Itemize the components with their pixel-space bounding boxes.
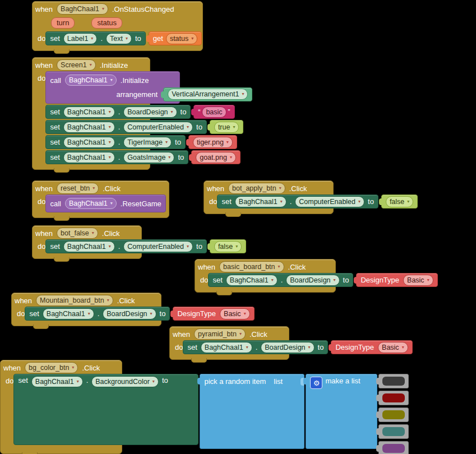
color-block[interactable] [378,424,409,439]
set-computerenabled-block[interactable]: set BaghChaal1▾ . ComputerEnabled▾ to [45,120,206,134]
event-block-onstatuschanged[interactable]: when BaghChaal1▾ .OnStatusChanged turn s… [32,1,203,51]
color-block[interactable] [378,407,409,422]
asset-dropdown-block[interactable]: tiger.png▾ [188,135,237,149]
designtype-helper-block[interactable]: DesignType Basic▾ [173,307,254,321]
helper-value-dropdown[interactable]: Basic▾ [220,308,250,319]
get-variable-block[interactable]: get status▾ [149,31,202,45]
event-block-bg-color-click[interactable]: when bg_color_btn▾ .Click do set BaghCha… [0,360,122,454]
helper-label: DesignType [361,276,399,284]
property-dropdown[interactable]: ComputerEnabled▾ [295,196,364,207]
event-block-pyramid-click[interactable]: when pyramid_btn▾ .Click do set BaghChaa… [169,326,289,360]
asset-dropdown[interactable]: tiger.png▾ [193,137,233,148]
open-quote: “ [198,108,200,116]
to-keyword: to [196,242,202,251]
component-dropdown[interactable]: Screen1▾ [57,59,96,71]
component-dropdown[interactable]: VerticalArrangement1▾ [168,89,248,100]
property-dropdown[interactable]: ComputerEnabled▾ [123,241,193,252]
designtype-helper-block[interactable]: DesignType Basic▾ [356,273,437,287]
property-dropdown[interactable]: BoardDesign▾ [286,275,339,286]
do-keyword: do [207,194,217,206]
pick-random-item-block[interactable]: pick a random item list [200,374,304,449]
component-dropdown[interactable]: Label1▾ [63,33,98,44]
helper-value-dropdown[interactable]: Basic▾ [378,342,408,353]
component-dropdown[interactable]: reset_btn▾ [57,183,99,194]
component-name: BaghChaal1 [67,242,106,251]
asset-dropdown-block[interactable]: goat.png▾ [191,150,241,164]
when-keyword: when [35,61,53,70]
color-block[interactable] [378,391,409,405]
variable-dropdown[interactable]: status▾ [166,33,197,44]
event-block-mountain-board-click[interactable]: when Mountain_board_btn▾ .Click do set B… [11,293,161,326]
property-dropdown[interactable]: GoatsImage▾ [123,152,174,163]
helper-value-dropdown[interactable]: Basic▾ [403,275,433,286]
component-dropdown[interactable]: Mountain_board_btn▾ [36,295,113,306]
set-goatsimage-block[interactable]: set BaghChaal1▾ . GoatsImage▾ to [45,150,188,164]
component-name: bot_false [61,229,89,238]
component-dropdown[interactable]: BaghChaal1▾ [63,137,115,148]
component-getter-block[interactable]: VerticalArrangement1▾ [163,87,252,101]
property-dropdown[interactable]: BoardDesign▾ [103,308,156,319]
component-dropdown[interactable]: bot_false▾ [57,228,98,239]
component-dropdown[interactable]: BaghChaal1▾ [63,122,115,133]
set-boarddesign-block[interactable]: set BaghChaal1▾ . BoardDesign▾ to [25,307,170,321]
event-block-bot-false-click[interactable]: when bot_false▾ .Click do set BaghChaal1… [32,225,142,259]
logic-value-dropdown[interactable]: true▾ [214,122,239,133]
event-params: turn status [51,15,199,31]
property-dropdown[interactable]: Text▾ [106,33,132,44]
set-computerenabled-block[interactable]: set BaghChaal1▾ . ComputerEnabled▾ to [45,239,206,253]
do-keyword: do [35,194,45,206]
property-dropdown[interactable]: TigerImage▾ [123,137,172,148]
component-dropdown[interactable]: BaghChaal1▾ [226,275,278,286]
asset-dropdown[interactable]: goat.png▾ [196,152,236,163]
logic-value-dropdown[interactable]: false▾ [386,196,413,207]
mutator-gear-icon[interactable]: ⚙ [310,377,322,389]
component-dropdown[interactable]: bot_apply_btn▾ [228,183,285,194]
component-dropdown[interactable]: basic_board_btn▾ [219,261,284,272]
event-block-basic-board-click[interactable]: when basic_board_btn▾ .Click do set Bagh… [195,259,336,293]
component-dropdown[interactable]: BaghChaal1▾ [43,308,94,319]
designtype-helper-block[interactable]: DesignType Basic▾ [331,340,412,354]
component-dropdown[interactable]: BaghChaal1▾ [235,196,286,207]
make-a-list-block[interactable]: ⚙ make a list [306,374,377,449]
chevron-down-icon: ▾ [171,110,173,114]
component-name: BaghChaal1 [35,377,74,386]
component-dropdown[interactable]: bg_color_btn▾ [25,362,78,373]
component-dropdown[interactable]: BaghChaal1▾ [65,75,117,86]
call-resetgame-block[interactable]: call BaghChaal1▾ .ResetGame [45,194,165,212]
component-dropdown[interactable]: BaghChaal1▾ [63,106,115,118]
set-boarddesign-block[interactable]: set BaghChaal1▾ . BoardDesign▾ to [183,340,328,354]
text-value[interactable]: basic [202,106,226,118]
text-string-block[interactable]: “ basic ” [193,105,234,119]
set-backgroundcolor-block[interactable]: set BaghChaal1▾ . BackgroundColor▾ to [13,374,198,445]
param-status[interactable]: status [91,17,122,29]
component-dropdown[interactable]: pyramid_btn▾ [194,328,246,340]
logic-false-block[interactable]: false▾ [210,239,246,253]
component-dropdown[interactable]: BaghChaal1▾ [201,342,252,353]
component-dropdown[interactable]: BaghChaal1▾ [63,241,115,252]
set-computerenabled-block[interactable]: set BaghChaal1▾ . ComputerEnabled▾ to [217,194,378,209]
component-dropdown[interactable]: BaghChaal1▾ [31,376,83,387]
component-dropdown[interactable]: BaghChaal1▾ [57,3,108,15]
set-boarddesign-block[interactable]: set BaghChaal1▾ . BoardDesign▾ to [45,105,191,119]
set-boarddesign-block[interactable]: set BaghChaal1▾ . BoardDesign▾ to [208,273,353,287]
component-dropdown[interactable]: BaghChaal1▾ [65,198,117,209]
set-tigerimage-block[interactable]: set BaghChaal1▾ . TigerImage▾ to [45,135,185,149]
property-dropdown[interactable]: BoardDesign▾ [123,106,177,118]
property-name: BoardDesign [127,108,168,117]
event-block-reset-click[interactable]: when reset_btn▾ .Click do call BaghChaal… [32,180,169,218]
color-block[interactable] [378,441,409,454]
call-initialize-block[interactable]: call BaghChaal1▾ .Initialize arrangement… [45,71,180,104]
property-dropdown[interactable]: ComputerEnabled▾ [123,122,193,133]
param-turn[interactable]: turn [51,17,75,29]
event-block-bot-apply-click[interactable]: when bot_apply_btn▾ .Click do set BaghCh… [204,180,334,214]
property-dropdown[interactable]: BoardDesign▾ [261,342,314,353]
event-block-screen-initialize[interactable]: when Screen1▾ .Initialize do call BaghCh… [32,57,150,170]
logic-false-block[interactable]: false▾ [381,194,418,209]
property-dropdown[interactable]: BackgroundColor▾ [91,376,159,387]
component-dropdown[interactable]: BaghChaal1▾ [63,152,115,163]
color-block[interactable] [378,374,409,388]
to-keyword: to [181,108,187,116]
set-label1-text-block[interactable]: set Label1▾ . Text▾ to [45,31,145,45]
logic-true-block[interactable]: true▾ [210,120,244,134]
logic-value-dropdown[interactable]: false▾ [214,241,242,252]
